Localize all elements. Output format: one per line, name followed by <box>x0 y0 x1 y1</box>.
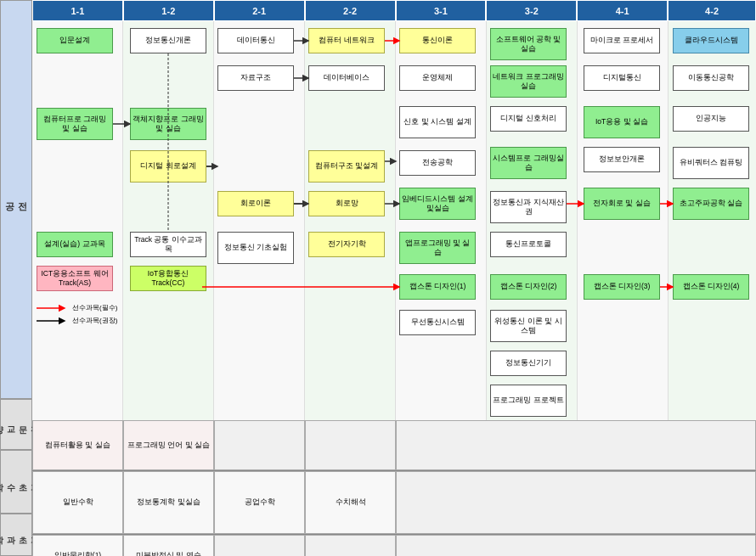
box-museon: 무선통신시스템 <box>399 310 476 335</box>
box-general-phys1: 일반물리학(1) <box>32 535 123 556</box>
label-jeon-gong: 전공 <box>0 0 32 399</box>
box-numerical: 수치해석 <box>305 471 396 534</box>
empty-jm-4 <box>305 420 396 470</box>
gi-cho-su-row: 일반수학 정보통계학 및실습 공업수학 수치해석 <box>32 471 756 535</box>
box-unyeoncheje: 운영체제 <box>399 65 476 91</box>
box-industrial-math: 공업수학 <box>214 471 305 534</box>
box-ict-track: ICT응용소프트 웨어Track(AS) <box>37 266 113 291</box>
box-ingong-jineung: 인공지능 <box>673 106 749 132</box>
box-capstone2: 캡스톤 디자인(2) <box>490 274 567 300</box>
label-gi-cho-su: 기초수학 <box>0 450 32 514</box>
header-4-2: 4-2 <box>668 0 756 21</box>
box-computer-struct: 컴퓨터구조 및설계 <box>308 150 385 183</box>
box-prog-lang: 프로그래밍 언어 및 실습 <box>123 420 214 470</box>
box-prog-project: 프로그래밍 프로젝트 <box>490 385 567 417</box>
box-seolgye-silm: 설계(실습) 교과목 <box>37 232 113 257</box>
jeon-mun-row: 컴퓨터활용 및 실습 프로그래밍 언어 및 실습 <box>32 420 756 471</box>
box-jaryogujjo: 자료구조 <box>217 65 294 91</box>
legend: 선수과목(필수) 선수과목(권장) <box>37 303 117 325</box>
box-iot-app: IoT응용 및 실습 <box>584 106 660 138</box>
box-inmun: 입문설계 <box>37 28 113 53</box>
box-jeongbo-gi: 정보통신기기 <box>490 351 567 376</box>
header-3-1: 3-1 <box>396 0 487 21</box>
header-2-1: 2-1 <box>214 0 305 21</box>
empty-jm-5 <box>396 420 756 470</box>
box-computer-act: 컴퓨터활용 및 실습 <box>32 420 123 470</box>
box-general-math: 일반수학 <box>32 471 123 534</box>
side-labels: 전공 전문교양 기초수학 기초과학 <box>0 0 32 556</box>
box-tongsin-iron: 통신이론 <box>399 28 476 53</box>
box-signal-system: 신호 및 시스템 설계 <box>399 106 476 138</box>
box-software-gong: 소프트웨어 공학 및 실습 <box>490 28 567 60</box>
box-cloud-sys: 클라우드시스템 <box>673 28 749 53</box>
label-jeon-mun: 전문교양 <box>0 399 32 450</box>
box-database: 데이터베이스 <box>308 65 385 91</box>
box-capstone4: 캡스톤 디자인(4) <box>673 274 749 300</box>
box-hoiron: 회로이론 <box>217 191 294 216</box>
box-computer-prog: 컴퓨터프로 그래밍 및 실습 <box>37 108 113 140</box>
box-jeongbo-bo: 정보보안개론 <box>584 147 660 172</box>
label-gi-cho-gw: 기초과학 <box>0 514 32 556</box>
box-diff-eq: 미분방정식 및 연습 <box>123 535 214 556</box>
box-system-prog: 시스템프로 그래밍실습 <box>490 147 567 179</box>
box-hoiromang: 회로망 <box>308 191 385 216</box>
empty-gw-4 <box>305 535 396 556</box>
header-4-1: 4-1 <box>577 0 668 21</box>
box-mobile-tongsin: 이동통신공학 <box>673 65 749 91</box>
box-ubiquitous: 유비쿼터스 컴퓨팅 <box>673 147 749 179</box>
box-jeongi-jagi: 전기자기학 <box>308 232 385 257</box>
box-data-tongsin: 데이터통신 <box>217 28 294 53</box>
legend-required: 선수과목(필수) <box>72 303 117 312</box>
header-row: 1-1 1-2 2-1 2-2 3-1 3-2 4-1 4-2 <box>32 0 756 21</box>
empty-jm-3 <box>214 420 305 470</box>
header-3-2: 3-2 <box>486 0 577 21</box>
page: 전공 전문교양 기초수학 기초과학 1-1 1-2 2-1 2-2 3-1 3-… <box>0 0 756 556</box>
box-tongsin-protocol: 통신프로토콜 <box>490 232 567 257</box>
box-embedded: 임베디드시스템 설계및실습 <box>399 188 476 220</box>
box-network-prog: 네트워크 프로그래밍실습 <box>490 65 567 98</box>
box-chogoju: 초고주파공학 실습 <box>673 188 749 220</box>
grid-area: 입문설계 정보통신개론 데이터통신 컴퓨터 네트워크 통신이론 소프트웨어 공학… <box>32 21 756 420</box>
box-iot-track: IoT융합통신 Track(CC) <box>130 266 206 291</box>
box-app-prog: 앱프로그래밍 및 실습 <box>399 232 476 264</box>
box-digital-tongsin: 디지털통신 <box>584 65 660 91</box>
box-capstone1: 캡스톤 디자인(1) <box>399 274 476 300</box>
box-stat-math: 정보통계학 및실습 <box>123 471 214 534</box>
header-1-2: 1-2 <box>123 0 214 21</box>
box-jeongbo-jisc: 정보통신과 지식재산권 <box>490 191 567 223</box>
box-digital-circuit: 디지털 회로설계 <box>130 150 206 183</box>
box-jeoncha-silm: 전자회로 및 실습 <box>584 188 660 220</box>
box-jeongbo-gichosi: 정보통신 기초실험 <box>217 232 294 264</box>
box-capstone3: 캡스톤 디자인(3) <box>584 274 660 300</box>
box-micro-proc: 마이크로 프로세서 <box>584 28 660 53</box>
empty-gw-3 <box>214 535 305 556</box>
box-track-shared: Track 공통 이수교과목 <box>130 232 206 257</box>
gi-cho-gw-row: 일반물리학(1) 미분방정식 및 연습 <box>32 535 756 556</box>
box-satellite: 위성통신 이론 및 시스템 <box>490 310 567 342</box>
box-object-prog: 객체지향프로 그래밍 및 실습 <box>130 108 206 140</box>
box-jeonsonggong: 전송공학 <box>399 150 476 176</box>
legend-recommended: 선수과목(권장) <box>72 316 117 325</box>
empty-su-5 <box>396 471 756 534</box>
box-jeongbo-gae: 정보통신개론 <box>130 28 206 53</box>
header-1-1: 1-1 <box>32 0 123 21</box>
box-digital-signal: 디지털 신호처리 <box>490 106 567 132</box>
empty-gw-5 <box>396 535 756 556</box>
box-computer-net: 컴퓨터 네트워크 <box>308 28 385 53</box>
header-2-2: 2-2 <box>305 0 396 21</box>
main-content: 1-1 1-2 2-1 2-2 3-1 3-2 4-1 4-2 입문설계 정보통… <box>32 0 756 556</box>
